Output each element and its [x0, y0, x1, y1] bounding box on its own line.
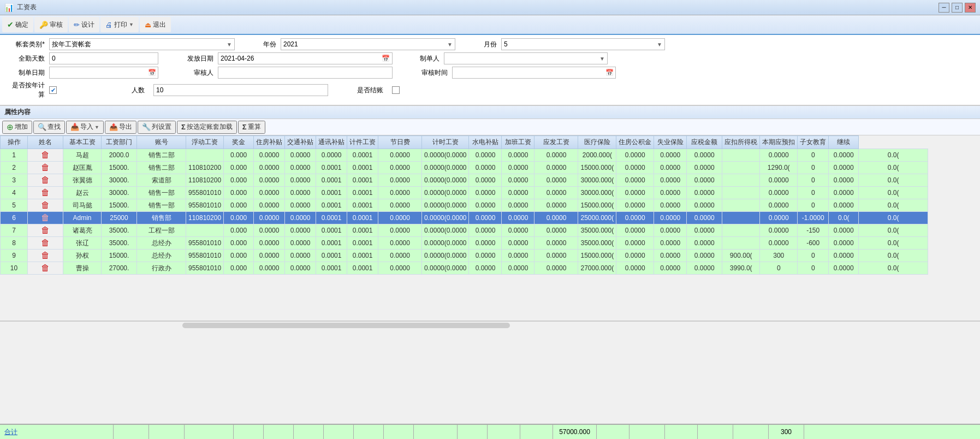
col-comm[interactable]: 通讯补贴 — [316, 136, 347, 149]
review-button[interactable]: 🔑 审核 — [34, 17, 68, 32]
review-time-input[interactable]: 📅 — [452, 67, 616, 79]
col-dept[interactable]: 工资部门 — [102, 136, 137, 149]
form-area: 帐套类别* 按年工资帐套 ▼ 年份 2021 ▼ 月份 5 ▼ 全勤天数 0 — [0, 35, 980, 105]
settle-checkbox[interactable] — [392, 86, 400, 94]
delete-icon[interactable]: 🗑 — [41, 150, 50, 159]
delete-icon[interactable]: 🗑 — [41, 188, 50, 197]
delete-icon[interactable]: 🗑 — [41, 226, 50, 235]
delete-icon[interactable]: 🗑 — [41, 175, 50, 185]
confirm-icon: ✔ — [7, 20, 14, 29]
window-title: 工资表 — [17, 3, 37, 12]
table-row[interactable]: 1🗑马超2000.0销售二部0.0000.00000.00000.00000.0… — [1, 149, 928, 162]
count-input[interactable]: 10 — [153, 84, 328, 96]
check-icon: ✔ — [51, 87, 56, 94]
close-button[interactable]: ✕ — [965, 3, 976, 13]
title-bar: 📊 工资表 ─ □ ✕ — [0, 0, 980, 15]
col-prepay[interactable]: 本期应预扣 — [760, 136, 798, 149]
delete-icon[interactable]: 🗑 — [41, 251, 50, 260]
table-row[interactable]: 8🗑张辽35000.总经办9558010100.0000.00000.00000… — [1, 237, 928, 250]
col-acct[interactable]: 账号 — [137, 136, 186, 149]
annual-calc-label: 是否按年计算 — [7, 81, 45, 99]
col-basic[interactable]: 基本工资 — [63, 136, 102, 149]
make-date-input[interactable]: 📅 — [49, 67, 158, 79]
sigma-icon: Σ — [181, 123, 186, 131]
table-row[interactable]: 3🗑张翼德30000.索道部1108102000.0000.00000.0000… — [1, 174, 928, 187]
table-row[interactable]: 10🗑曹操27000.行政办9558010100.0000.00000.0000… — [1, 262, 928, 275]
load-button[interactable]: Σ 按选定账套加载 — [177, 121, 237, 134]
col-house[interactable]: 住房补贴 — [254, 136, 285, 149]
exit-icon: ⏏ — [145, 21, 151, 29]
col-cont[interactable]: 继续 — [829, 136, 859, 149]
reviewer-input[interactable] — [218, 67, 393, 79]
total-link[interactable]: 合计 — [4, 428, 37, 437]
account-type-select[interactable]: 按年工资帐套 ▼ — [49, 38, 235, 50]
delete-icon[interactable]: 🗑 — [41, 200, 50, 210]
col-holiday[interactable]: 节日费 — [378, 136, 422, 149]
col-tax[interactable]: 应扣所得税 — [722, 136, 760, 149]
scroll-thumb[interactable] — [182, 323, 510, 328]
table-row[interactable]: 9🗑孙权15000.总经办9558010100.0000.00000.00000… — [1, 250, 928, 262]
design-button[interactable]: ✏ 设计 — [69, 17, 99, 32]
delete-icon[interactable]: 🗑 — [41, 163, 50, 172]
col-piece[interactable]: 计件工资 — [347, 136, 378, 149]
calendar-icon[interactable]: 📅 — [148, 69, 156, 76]
maximize-button[interactable]: □ — [952, 3, 963, 13]
import-button[interactable]: 📥 导入 ▼ — [66, 121, 104, 134]
year-select[interactable]: 2021 ▼ — [281, 38, 455, 50]
col-medical[interactable]: 医疗保险 — [578, 136, 616, 149]
confirm-button[interactable]: ✔ 确定 — [2, 17, 33, 32]
delete-icon[interactable]: 🗑 — [41, 263, 50, 272]
chevron-down-icon: ▼ — [447, 41, 453, 48]
form-row-3: 制单日期 📅 审核人 审核时间 📅 — [7, 67, 973, 79]
minimize-button[interactable]: ─ — [939, 3, 949, 13]
search-button[interactable]: 🔍 查找 — [33, 121, 65, 134]
col-utility[interactable]: 水电补贴 — [469, 136, 502, 149]
attendance-input[interactable]: 0 — [49, 52, 158, 64]
annual-calc-checkbox[interactable]: ✔ — [49, 86, 57, 94]
design-icon: ✏ — [74, 21, 80, 29]
settings-icon: 🔧 — [142, 123, 151, 131]
export-button[interactable]: 📤 导出 — [105, 121, 136, 134]
calendar-icon[interactable]: 📅 — [605, 69, 614, 76]
col-unemployment[interactable]: 失业保险 — [654, 136, 687, 149]
delete-icon[interactable]: 🗑 — [41, 213, 50, 222]
delete-icon[interactable]: 🗑 — [41, 238, 50, 247]
col-overtime[interactable]: 加班工资 — [502, 136, 534, 149]
add-button[interactable]: ⊕ 增加 — [2, 121, 32, 134]
recalc-button[interactable]: Σ 重算 — [238, 121, 265, 134]
calendar-icon[interactable]: 📅 — [382, 55, 390, 62]
maker-select[interactable]: ▼ — [444, 52, 608, 64]
search-icon: 🔍 — [38, 123, 46, 131]
col-timed[interactable]: 计时工资 — [422, 136, 469, 149]
form-row-1: 帐套类别* 按年工资帐套 ▼ 年份 2021 ▼ 月份 5 ▼ — [7, 38, 973, 50]
column-settings-button[interactable]: 🔧 列设置 — [138, 121, 176, 134]
table-row[interactable]: 7🗑诸葛亮35000.工程一部0.0000.00000.00000.00010.… — [1, 224, 928, 237]
data-table-container[interactable]: 操作 姓名 基本工资 工资部门 账号 浮动工资 奖金 住房补贴 交通补贴 通讯补… — [0, 135, 980, 321]
col-name[interactable]: 姓名 — [28, 136, 63, 149]
issue-date-label: 发放日期 — [183, 54, 213, 63]
col-float[interactable]: 浮动工资 — [186, 136, 224, 149]
col-tax-base[interactable]: 应税金额 — [687, 136, 722, 149]
col-bonus[interactable]: 奖金 — [224, 136, 254, 149]
month-select[interactable]: 5 ▼ — [501, 38, 665, 50]
sub-toolbar: ⊕ 增加 🔍 查找 📥 导入 ▼ 📤 导出 🔧 列设置 Σ 按选定账套加载 Σ … — [0, 119, 980, 135]
col-payable[interactable]: 应发工资 — [534, 136, 578, 149]
key-icon: 🔑 — [39, 21, 48, 29]
col-child[interactable]: 子女教育 — [798, 136, 829, 149]
col-housing-fund[interactable]: 住房公积金 — [616, 136, 654, 149]
table-row[interactable]: 4🗑赵云30000.销售一部9558010100.0000.00000.0000… — [1, 187, 928, 199]
month-label: 月份 — [480, 40, 497, 49]
print-button[interactable]: 🖨 打印 ▼ — [100, 17, 139, 32]
exit-button[interactable]: ⏏ 退出 — [140, 17, 171, 32]
col-op: 操作 — [1, 136, 28, 149]
section-header: 属性内容 — [0, 105, 980, 119]
import-dropdown-arrow: ▼ — [94, 124, 99, 130]
table-row[interactable]: 5🗑司马懿15000.销售一部9558010100.0000.00000.000… — [1, 199, 928, 212]
issue-date-input[interactable]: 2021-04-26 📅 — [218, 52, 393, 64]
table-row[interactable]: 6🗑Admin25000销售部1108102000.0000.00000.000… — [1, 212, 928, 224]
table-row[interactable]: 2🗑赵匡胤15000.销售二部1108102000.0000.00000.000… — [1, 162, 928, 174]
horizontal-scrollbar[interactable] — [0, 321, 980, 329]
year-label: 年份 — [260, 40, 276, 49]
col-traffic[interactable]: 交通补贴 — [285, 136, 316, 149]
maker-label: 制单人 — [418, 54, 439, 63]
